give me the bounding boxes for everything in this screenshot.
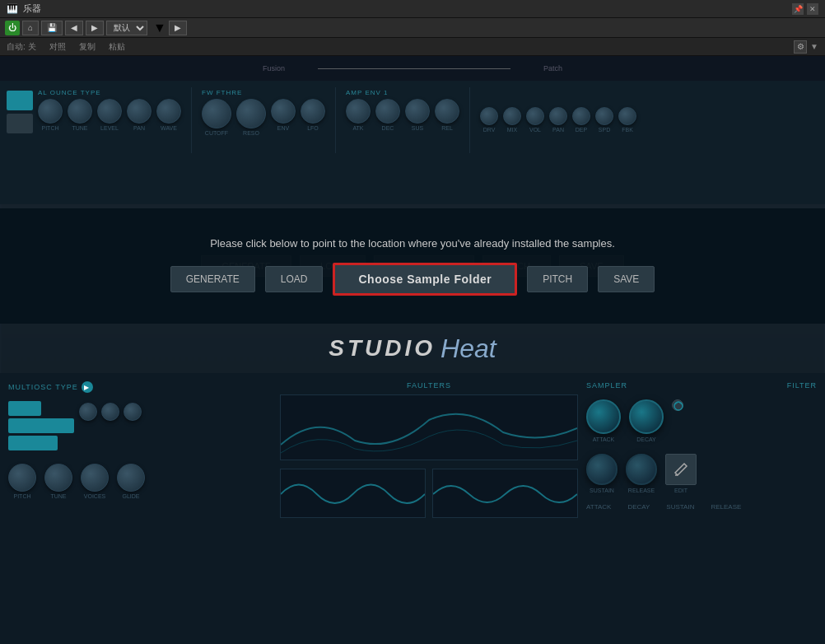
auto-label: 自动: 关 xyxy=(7,41,36,53)
decay-label: DEC xyxy=(382,125,394,131)
save-button[interactable]: 💾 xyxy=(41,21,63,35)
filter-env-label: ENV xyxy=(277,125,289,131)
right-teal-knob-1[interactable] xyxy=(586,399,621,434)
waveform-pair xyxy=(280,469,578,518)
lower-knob-2[interactable] xyxy=(101,403,119,421)
copy-label[interactable]: 复制 xyxy=(79,41,96,53)
header-divider: —————————————————————————— xyxy=(318,64,510,72)
extra-knob-2: MIX xyxy=(503,107,521,133)
preset-dropdown[interactable]: 默认 xyxy=(106,21,147,35)
home-button[interactable]: ⌂ xyxy=(22,21,39,35)
lower-k2 xyxy=(101,403,119,450)
generate-button[interactable]: GENERATE xyxy=(170,266,255,292)
extra-k3[interactable] xyxy=(526,107,544,125)
paste-label[interactable]: 粘贴 xyxy=(109,41,125,53)
lower-pitch-knob[interactable] xyxy=(8,464,36,492)
extra-k6[interactable] xyxy=(595,107,613,125)
env-knobs: ATK DEC SUS REL xyxy=(346,99,459,131)
right-label-d: RELEASE xyxy=(711,503,741,511)
fader-block-teal-3[interactable] xyxy=(8,436,58,450)
settings-arrow: ▼ xyxy=(810,42,818,51)
lower-tune-label: TUNE xyxy=(50,493,66,499)
compare-label[interactable]: 对照 xyxy=(49,41,66,53)
filter-reso-knob[interactable] xyxy=(236,99,266,128)
wave-knob[interactable] xyxy=(156,99,181,124)
filter-lfo-knob[interactable] xyxy=(301,99,325,124)
decay-knob[interactable] xyxy=(375,99,400,124)
extra-knob-6: SPD xyxy=(595,107,613,133)
toolbar2-right: ⚙ ▼ xyxy=(794,40,818,54)
share-icon[interactable] xyxy=(672,399,683,411)
edit-icon-box[interactable] xyxy=(665,454,697,485)
right-knob-4[interactable] xyxy=(626,454,657,485)
lower-voice-knob[interactable] xyxy=(81,464,109,492)
load-button[interactable]: LOAD xyxy=(265,266,324,292)
plugin-area: Fusion —————————————————————————— Patch … xyxy=(0,56,825,644)
gear-button[interactable]: ⚙ xyxy=(794,40,807,54)
extra-knobs: DRV MIX VOL PAN DEP SPD xyxy=(480,107,636,133)
knob-tune: TUNE xyxy=(68,99,92,131)
filter-section: FW FTHRE CUTOFF RESO ENV LFO xyxy=(202,89,325,136)
filter-label: FW FTHRE xyxy=(202,89,325,96)
window-title: 乐器 xyxy=(23,2,41,15)
right-knob-area: ATTACK DECAY xyxy=(586,399,817,442)
extra-k6-label: SPD xyxy=(599,127,610,133)
window-icon: 🎹 xyxy=(7,3,18,14)
pin-button[interactable]: 📌 xyxy=(792,3,804,15)
r-label-5: EDIT xyxy=(674,488,688,493)
lower-glide-k: GLIDE xyxy=(117,464,145,499)
filter-env-knob[interactable] xyxy=(271,99,296,124)
filter-knobs: CUTOFF RESO ENV LFO xyxy=(202,99,325,136)
fader-block-teal-2[interactable] xyxy=(8,418,74,433)
extra-k5[interactable] xyxy=(572,107,590,125)
lower-glide-knob[interactable] xyxy=(117,464,145,492)
attack-label: ATK xyxy=(352,125,363,131)
waveform-1 xyxy=(280,469,426,518)
power-button[interactable]: ⏻ xyxy=(5,21,20,35)
lower-left-panel: MULTIOSC TYPE ▶ xyxy=(8,381,272,636)
release-knob[interactable] xyxy=(435,99,459,124)
lower-knob-1[interactable] xyxy=(79,403,97,421)
fader-block-teal[interactable] xyxy=(8,401,41,416)
level-knob[interactable] xyxy=(97,99,122,124)
extra-k1[interactable] xyxy=(480,107,498,125)
sustain-knob[interactable] xyxy=(405,99,430,124)
next-preset-button[interactable]: ▶ xyxy=(86,21,104,35)
right-teal-knob-2[interactable] xyxy=(629,399,664,434)
right-knob-3[interactable] xyxy=(586,454,618,485)
osc-toggle-1[interactable] xyxy=(7,91,33,110)
attack-knob[interactable] xyxy=(346,99,371,124)
extra-k4[interactable] xyxy=(549,107,567,125)
extra-k7[interactable] xyxy=(618,107,636,125)
r-knob-4: RELEASE xyxy=(626,454,657,493)
choose-sample-folder-button[interactable]: Choose Sample Folder xyxy=(333,263,517,296)
level-label: LEVEL xyxy=(100,125,119,131)
sampler-title: SAMPLER xyxy=(586,381,627,390)
extra-k2[interactable] xyxy=(503,107,521,125)
close-button[interactable]: ✕ xyxy=(807,3,818,15)
lower-knob-3[interactable] xyxy=(124,403,142,421)
extra-k7-label: FBK xyxy=(622,127,633,133)
lower-section: MULTIOSC TYPE ▶ xyxy=(0,373,825,644)
filter-cutoff-knob[interactable] xyxy=(202,99,231,128)
divider-1 xyxy=(191,87,192,153)
r-knob-share xyxy=(672,399,683,442)
lower-k3 xyxy=(124,403,142,450)
save-button-dialog[interactable]: SAVE xyxy=(598,266,655,292)
header-left-text: Fusion xyxy=(263,64,285,72)
osc-toggle-2[interactable] xyxy=(7,114,33,133)
right-knob-row-2: SUSTAIN RELEASE EDIT xyxy=(586,454,817,493)
sampler-header: SAMPLER FILTER xyxy=(586,381,817,390)
right-label-b: DECAY xyxy=(627,503,650,511)
lower-tune-knob[interactable] xyxy=(44,464,72,492)
tune-knob[interactable] xyxy=(68,99,92,124)
filter-knob-2: RESO xyxy=(236,99,266,136)
forward-button[interactable]: ▶ xyxy=(169,21,187,35)
prev-preset-button[interactable]: ◀ xyxy=(65,21,83,35)
pan-knob[interactable] xyxy=(127,99,151,124)
pitch-button[interactable]: PITCH xyxy=(527,266,588,292)
waveform-svg-1 xyxy=(281,471,425,516)
synth-header: Fusion —————————————————————————— Patch xyxy=(0,56,825,81)
multiosc-toggle[interactable]: ▶ xyxy=(82,381,93,393)
pitch-knob[interactable] xyxy=(38,99,63,124)
